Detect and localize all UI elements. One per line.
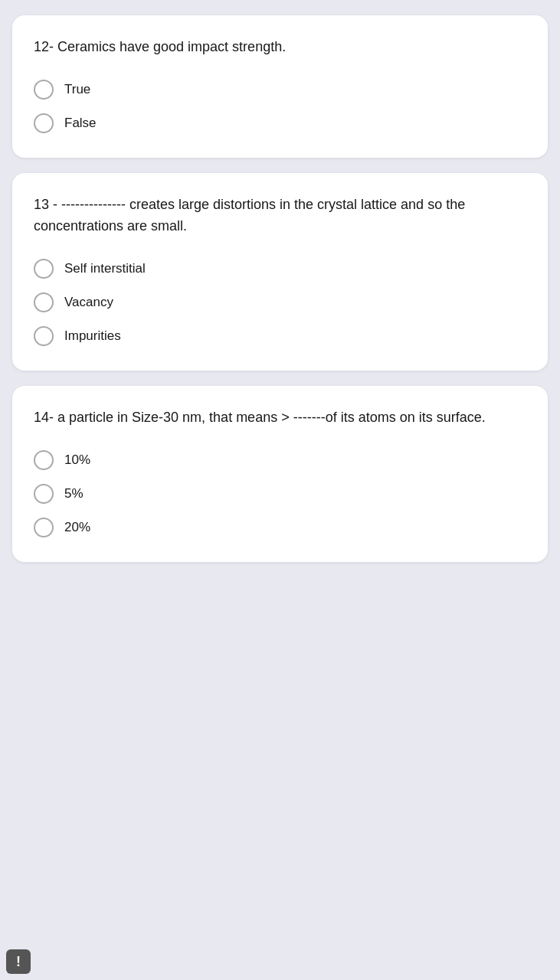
- radio-circle-q13-c[interactable]: [34, 326, 54, 346]
- question-card-3: 14- a particle in Size-30 nm, that means…: [12, 386, 548, 562]
- options-list-3: 10%5%20%: [34, 450, 526, 537]
- option-item-q14-a[interactable]: 10%: [34, 450, 526, 470]
- question-text-2: 13 - -------------- creates large distor…: [34, 194, 526, 237]
- options-list-2: Self interstitialVacancyImpurities: [34, 259, 526, 346]
- option-label-q12-a: True: [64, 80, 90, 99]
- bottom-bar: !: [0, 943, 37, 980]
- option-item-q13-b[interactable]: Vacancy: [34, 292, 526, 312]
- radio-circle-q14-b[interactable]: [34, 484, 54, 504]
- option-item-q12-a[interactable]: True: [34, 80, 526, 100]
- option-label-q12-b: False: [64, 114, 97, 132]
- question-text-3: 14- a particle in Size-30 nm, that means…: [34, 407, 526, 429]
- option-label-q14-a: 10%: [64, 451, 90, 469]
- question-card-2: 13 - -------------- creates large distor…: [12, 173, 548, 371]
- alert-icon: !: [6, 949, 31, 974]
- option-label-q13-b: Vacancy: [64, 293, 113, 312]
- option-label-q13-c: Impurities: [64, 327, 121, 345]
- radio-circle-q12-b[interactable]: [34, 113, 54, 133]
- option-item-q13-a[interactable]: Self interstitial: [34, 259, 526, 279]
- radio-circle-q13-a[interactable]: [34, 259, 54, 279]
- radio-circle-q14-c[interactable]: [34, 518, 54, 537]
- radio-circle-q13-b[interactable]: [34, 292, 54, 312]
- option-item-q12-b[interactable]: False: [34, 113, 526, 133]
- question-text-1: 12- Ceramics have good impact strength.: [34, 37, 526, 58]
- option-label-q14-c: 20%: [64, 518, 90, 537]
- radio-circle-q12-a[interactable]: [34, 80, 54, 100]
- option-item-q14-b[interactable]: 5%: [34, 484, 526, 504]
- option-item-q13-c[interactable]: Impurities: [34, 326, 526, 346]
- question-card-1: 12- Ceramics have good impact strength.T…: [12, 15, 548, 158]
- option-label-q14-b: 5%: [64, 485, 84, 503]
- radio-circle-q14-a[interactable]: [34, 450, 54, 470]
- options-list-1: TrueFalse: [34, 80, 526, 133]
- option-item-q14-c[interactable]: 20%: [34, 518, 526, 537]
- option-label-q13-a: Self interstitial: [64, 260, 146, 278]
